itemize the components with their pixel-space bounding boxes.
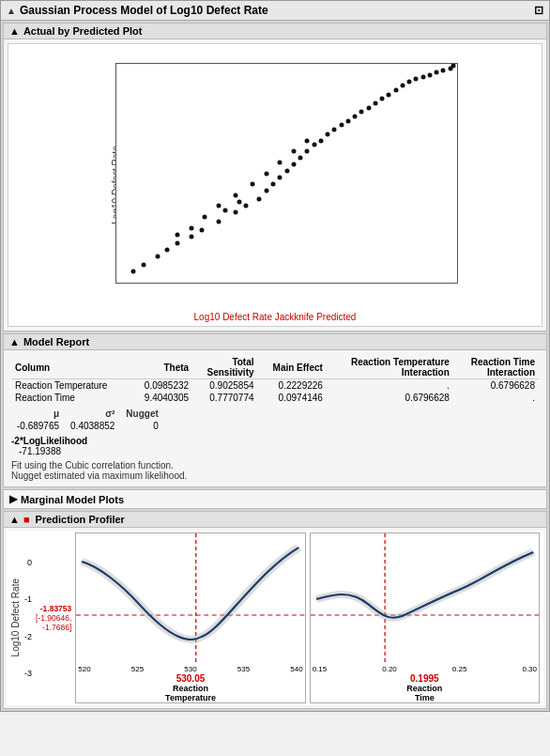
col-header-theta: Theta [130,356,192,379]
scatter-dot [312,143,316,147]
scatter-dot [251,182,255,187]
profiler-section: ▲ ■ Prediction Profiler Log10 Defect Rat… [3,511,547,709]
profiler-body: Log10 Defect Rate 0 -1 -2 -3 -1.83753 [-… [7,531,543,705]
model-report-body: Column Theta TotalSensitivity Main Effec… [4,350,546,486]
marginal-expand-icon[interactable]: ▶ [9,493,17,505]
loglikelihood-value: -71.19388 [11,446,539,456]
scatter-dot [131,270,136,274]
model-report-collapse-icon[interactable]: ▲ [9,336,20,347]
x-tick-m2: -2 [238,283,246,284]
y-tick-2: -2 [115,188,116,197]
row2-main-effect: 0.0974146 [258,392,327,404]
close-icon[interactable]: ⊡ [534,4,543,17]
scatter-dot [380,97,385,101]
row1-rtime-int: 0.6796628 [453,379,539,393]
title-bar: ▲ Gaussian Process Model of Log10 Defect… [1,1,549,21]
profiler-2-x-name: Reaction [311,684,539,693]
y-tick-m2: -2 [24,632,32,641]
scatter-dot [435,70,439,75]
scatter-dot [270,182,275,187]
fit-note-2: Nugget estimated via maximum likelihood. [11,471,539,481]
x-tick-520: 520 [78,665,90,673]
row2-rt-int: 0.6796628 [327,392,453,404]
x-tick-020: 0.20 [382,665,397,673]
scatter-dot [199,228,204,233]
scatter-dot [305,149,310,154]
scatter-dot [400,84,405,88]
actual-predicted-collapse-icon[interactable]: ▲ [9,25,20,37]
col-header-main-effect: Main Effect [258,356,327,379]
nugget-value: 0 [120,420,163,432]
scatter-dot [298,156,303,161]
model-report-title-bar: ▲ Model Report [4,334,546,350]
nugget-label: Nugget [120,408,163,420]
scatter-dot [387,92,391,97]
scatter-dot [223,208,228,213]
loglikelihood-section: -2*LogLikelihood -71.19388 [11,436,539,456]
profiler-indicator[interactable]: ■ [23,514,30,525]
scatter-dot [305,138,310,143]
x-tick-015: 0.15 [313,665,328,673]
scatter-dot [326,131,330,136]
scatter-dot [165,248,170,253]
scatter-dot [373,100,377,105]
marginal-title: Marginal Model Plots [21,494,124,505]
scatter-dot [264,171,268,176]
scatter-dot [291,149,296,154]
scatter-dot [142,263,146,268]
response-value: -1.83753 [40,604,72,613]
row1-rt-int: . [327,379,453,393]
y-tick-0: 0 [27,558,32,567]
fit-note-1: Fit using the Cubic correlation function… [11,460,539,471]
profiler-plot-2: 0.15 0.20 0.25 0.30 0.1995 Reaction Time [310,532,540,703]
actual-predicted-section: ▲ Actual by Predicted Plot Log10 Defect … [3,23,547,332]
row1-theta: 0.0985232 [130,379,192,393]
scatter-dot [359,110,364,115]
profiler-1-x-ticks: 520 525 530 535 540 [76,665,304,673]
scatter-dot [264,189,268,193]
scatter-dot [318,138,323,143]
x-axis-label: Log10 Defect Rate Jackknife Predicted [194,312,357,322]
window-title: Gaussian Process Model of Log10 Defect R… [20,4,268,17]
scatter-dot [420,74,425,79]
row2-rtime-int: . [453,392,539,404]
col-header-rtime-interaction: Reaction TimeInteraction [453,356,539,379]
row2-theta: 9.4040305 [130,392,192,404]
row1-main-effect: 0.2229226 [258,379,327,393]
row2-total-sens: 0.7770774 [192,392,257,404]
scatter-dot [407,79,412,84]
collapse-icon[interactable]: ▲ [7,6,16,16]
scatter-dot [353,114,358,118]
table-row: Reaction Temperature 0.0985232 0.9025854… [11,379,539,393]
scatter-dot [216,204,221,208]
x-tick-540: 540 [290,665,302,673]
table-row: Reaction Time 9.4040305 0.7770774 0.0974… [11,392,539,404]
x-tick-m1: -1 [347,283,355,284]
profiler-2-x-ticks: 0.15 0.20 0.25 0.30 [311,665,539,673]
profiler-title: Prediction Profiler [36,514,125,525]
x-tick-030: 0.30 [522,665,537,673]
scatter-dot [451,64,456,69]
scatter-dot [345,118,350,123]
profiler-2-x-value: 0.1995 [311,673,539,684]
scatter-dot [441,68,446,72]
actual-predicted-title-bar: ▲ Actual by Predicted Plot [4,23,546,39]
response-ci-2: -1.7686] [42,623,71,632]
profiler-svg-1 [76,533,304,665]
scatter-dot [243,204,248,208]
mu-value: -0.689765 [11,420,65,432]
model-report-table: Column Theta TotalSensitivity Main Effec… [11,356,539,404]
sigma2-value: 0.4038852 [65,420,120,432]
mu-label: μ [11,408,65,420]
scatter-dot [234,193,238,197]
profiler-collapse-icon[interactable]: ▲ [9,514,20,525]
row1-total-sens: 0.9025854 [192,379,257,393]
profiler-title-bar: ▲ ■ Prediction Profiler [4,512,546,528]
scatter-plot: Log10 Defect Rate 0 -1 -2 -3 -3 -2 -1 0 … [73,44,477,326]
profiler-y-ticks: 0 -1 -2 -3 [23,550,34,687]
marginal-section: ▶ Marginal Model Plots [3,489,547,509]
model-report-title: Model Report [23,336,89,347]
scatter-dot [189,235,193,239]
scatter-dot [278,160,283,164]
profiler-response-labels: -1.83753 [-1.90646, -1.7686] [34,550,73,687]
